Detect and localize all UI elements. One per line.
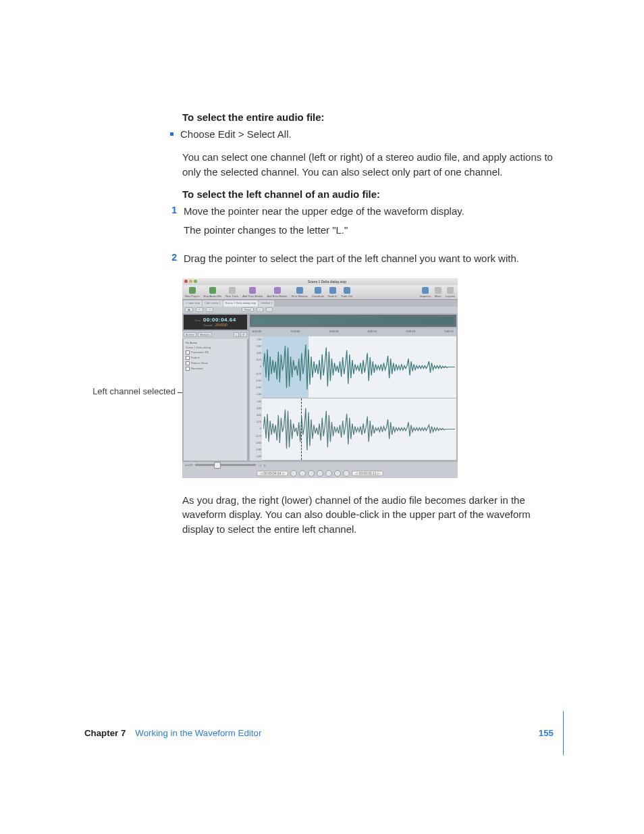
- step-note: The pointer changes to the letter "L.": [184, 223, 560, 238]
- zoom-slider[interactable]: [195, 464, 256, 466]
- actions-list: On Action Scene 1 Delta dialog Parametri…: [184, 339, 247, 461]
- step-text: Move the pointer near the upper edge of …: [184, 204, 560, 219]
- transport-bar: one03 ◁ ▷ ◁ 00:00:04.64 ▷ ◁ 00:00:05.11 …: [182, 462, 458, 478]
- amplitude-scale: 1.000.800.600.200-0.20-0.60-0.80-1.00 1.…: [250, 336, 262, 461]
- footer-rule: [563, 711, 564, 755]
- tool-inspector[interactable]: Inspector: [420, 287, 431, 298]
- right-channel[interactable]: [262, 398, 456, 461]
- tool-new-audio-file[interactable]: New Audio File: [204, 287, 222, 298]
- add-action[interactable]: +: [234, 332, 239, 337]
- main-panes: Time 00:00:04.64 Sample 20450|0 Actions …: [182, 313, 458, 462]
- page-content: To select the entire audio file: Choose …: [182, 111, 560, 546]
- bullet-item: Choose Edit > Select All.: [170, 127, 560, 142]
- action-item[interactable]: Reduce Noise: [185, 361, 246, 366]
- chapter-number: Chapter 7: [84, 728, 126, 738]
- tool-add-beat-marker[interactable]: Add Beat Marker: [267, 287, 288, 298]
- waveform-right: [263, 401, 455, 457]
- timecode-value: 00:00:04.64: [203, 317, 236, 323]
- tool-fade-out[interactable]: Fade Out: [341, 287, 352, 298]
- transport-controls: ◁ 00:00:04.64 ▷ ◁ 00:00:05.11 ▷: [182, 469, 458, 478]
- zoom-icon[interactable]: [194, 280, 197, 283]
- heading-select-entire: To select the entire audio file:: [182, 111, 560, 123]
- record-button[interactable]: [334, 470, 341, 477]
- tool-new-project[interactable]: New Project: [185, 287, 200, 298]
- waveform-area[interactable]: 1.000.800.600.200-0.20-0.60-0.80-1.00 1.…: [250, 336, 456, 461]
- tool-zoom[interactable]: ⤢: [206, 307, 213, 312]
- tab[interactable]: < none.stop: [184, 301, 202, 307]
- minimize-icon[interactable]: [189, 280, 192, 283]
- rewind-button[interactable]: [290, 470, 297, 477]
- forward-button[interactable]: [317, 470, 323, 477]
- document-tabs: < none.stop Cafe scene 1 Scene 1 Delta d…: [182, 300, 458, 307]
- step-2: 2 Drag the pointer to select the part of…: [170, 251, 560, 266]
- waveform-left: [263, 339, 455, 395]
- tab-analysis[interactable]: Analysis: [198, 332, 212, 337]
- callout-label: Left channel selected: [88, 386, 176, 396]
- automation-mode[interactable]: Read: [242, 307, 254, 312]
- page-footer: Chapter 7 Working in the Waveform Editor…: [84, 727, 573, 739]
- tab-actions[interactable]: Actions: [184, 332, 196, 337]
- slider-label: one03: [185, 463, 192, 467]
- action-item[interactable]: Fade In: [185, 355, 246, 361]
- back-button[interactable]: [308, 470, 315, 477]
- page-number: 155: [539, 728, 554, 738]
- step-number: 1: [170, 205, 177, 247]
- remove-button[interactable]: –: [266, 307, 273, 312]
- bullet-text: Choose Edit > Select All.: [180, 127, 292, 142]
- window-title: Scene 1 Delta dialog.stop: [198, 280, 456, 284]
- step-1: 1 Move the pointer near the upper edge o…: [170, 204, 560, 247]
- paragraph: You can select one channel (left or righ…: [182, 150, 560, 180]
- actions-tabs: Actions Analysis + ⚙: [182, 331, 248, 339]
- window-titlebar: Scene 1 Delta dialog.stop: [182, 278, 458, 285]
- tool-arrow[interactable]: ↖: [196, 307, 203, 312]
- play-button[interactable]: [299, 470, 306, 477]
- heading-select-left: To select the left channel of an audio f…: [182, 188, 560, 200]
- timecode-display: Time 00:00:04.64 Sample 20450|0: [184, 315, 247, 330]
- checkbox-icon[interactable]: [186, 350, 190, 355]
- checkbox-icon[interactable]: [186, 367, 190, 371]
- channels: [262, 336, 456, 461]
- time-ruler[interactable]: 0:00.000:00:050:00:100:00:150:00:180:00:…: [250, 328, 456, 336]
- next-icon[interactable]: ▷: [264, 463, 267, 467]
- close-icon[interactable]: [184, 280, 188, 283]
- tool-crossfade[interactable]: Crossfade: [312, 287, 324, 298]
- bullet-icon: [170, 132, 173, 136]
- tab[interactable]: Untitled 1: [259, 301, 274, 307]
- tool-add-time-marker[interactable]: Add Time Marker: [242, 287, 263, 298]
- checkbox-icon[interactable]: [186, 356, 190, 360]
- left-channel[interactable]: [262, 336, 456, 398]
- sub-toolbar: ▦ ↖ ⤢ Read + –: [182, 307, 458, 313]
- tool-mixer[interactable]: Mixer: [435, 287, 441, 298]
- tool-fit-window[interactable]: Fit in Window: [292, 287, 308, 298]
- sample-value: 20450|0: [215, 323, 227, 327]
- paragraph: As you drag, the right (lower) channel o…: [182, 493, 560, 537]
- action-item[interactable]: Normalize: [185, 366, 246, 371]
- counter-left: ◁ 00:00:04.64 ▷: [257, 471, 288, 476]
- tool-fade-in[interactable]: Fade In: [328, 287, 338, 298]
- figure: Left channel selected Scene 1 Delta dial…: [95, 278, 560, 478]
- zoom-slider-row: one03 ◁ ▷: [182, 462, 458, 469]
- chapter-title: Working in the Waveform Editor: [135, 728, 261, 738]
- overview-strip[interactable]: [250, 315, 456, 327]
- action-item[interactable]: Scene 1 Delta dialog: [185, 345, 246, 350]
- add-button[interactable]: +: [257, 307, 263, 312]
- left-panel: Time 00:00:04.64 Sample 20450|0 Actions …: [182, 313, 248, 462]
- tool-layouts[interactable]: Layouts: [446, 287, 455, 298]
- action-menu[interactable]: ⚙: [240, 332, 247, 337]
- tool-select[interactable]: ▦: [185, 307, 193, 312]
- loop-button[interactable]: [343, 470, 350, 477]
- waveform-panel: 0:00.000:00:050:00:100:00:150:00:180:00:…: [248, 313, 458, 462]
- actions-header: On Action: [185, 340, 246, 345]
- tab-active[interactable]: Scene 1 Delta dialog.stop: [223, 301, 259, 307]
- checkbox-icon[interactable]: [186, 361, 190, 365]
- tool-new-track[interactable]: New Track: [225, 287, 238, 298]
- end-button[interactable]: [325, 470, 332, 477]
- prev-icon[interactable]: ◁: [259, 463, 261, 467]
- toolbar: New Project New Audio File New Track Add…: [182, 285, 458, 300]
- action-item[interactable]: Parametric EQ: [185, 350, 246, 355]
- step-number: 2: [170, 252, 177, 266]
- step-text: Drag the pointer to select the part of t…: [184, 251, 560, 266]
- counter-right: ◁ 00:00:05.11 ▷: [352, 471, 383, 476]
- tab[interactable]: Cafe scene 1: [203, 301, 223, 307]
- app-window: Scene 1 Delta dialog.stop New Project Ne…: [182, 278, 458, 478]
